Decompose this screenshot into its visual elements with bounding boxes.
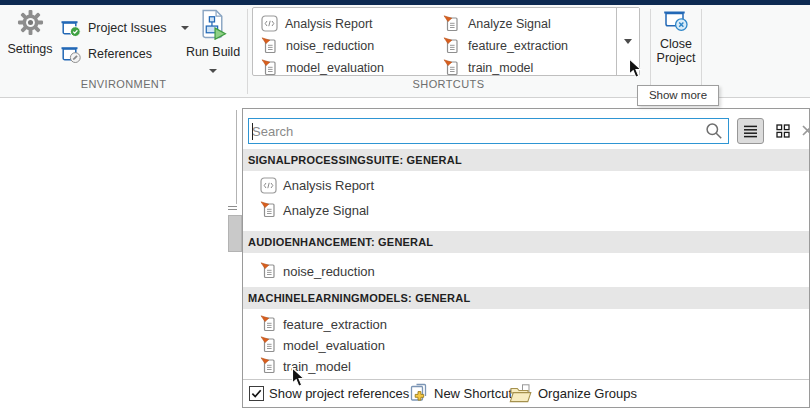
shortcuts-gallery: Analysis Report noise_reduction model_ev… [252,7,640,76]
splitter-handle-icon [228,206,237,207]
gallery-item-label: train_model [468,61,533,75]
show-project-references-label[interactable]: Show project references [269,386,409,401]
run-build-dropdown-icon[interactable] [209,69,217,73]
shortcut-flag-icon [443,15,461,33]
search-icon [705,122,723,140]
show-project-references-checkbox[interactable] [249,386,264,401]
project-check-icon [60,18,82,38]
run-build-icon [200,9,227,40]
settings-label: Settings [4,42,56,56]
gallery-item-feature-extraction[interactable]: feature_extraction [443,35,568,56]
group-header: AUDIOENHANCEMENT: GENERAL [243,231,809,253]
project-issues-label: Project Issues [88,21,167,35]
shortcuts-popup-panel: SIGNALPROCESSINGSUITE: GENERAL Analysis … [242,108,810,408]
gear-icon [17,9,44,36]
project-issues-button[interactable]: Project Issues [60,17,189,39]
shortcut-flag-icon [260,201,278,219]
gallery-item-analysis-report[interactable]: Analysis Report [261,13,373,34]
panel-item-train-model[interactable]: train_model [243,354,809,378]
close-project-button[interactable]: Close Project [651,7,701,77]
run-build-label: Run Build [184,45,242,59]
gallery-item-train-model[interactable]: train_model [443,57,533,78]
shortcuts-section-label: SHORTCUTS [247,77,650,92]
shortcut-flag-icon [261,37,279,55]
settings-button[interactable]: Settings [4,9,56,71]
panel-item-label: feature_extraction [283,317,387,332]
background-scrollbar-thumb[interactable] [228,215,242,252]
shortcut-flag-icon [261,59,279,77]
panel-item-label: Analysis Report [283,178,374,193]
new-shortcut-button[interactable]: New Shortcut [434,386,512,401]
grid-view-button[interactable] [770,118,796,144]
gallery-item-model-evaluation[interactable]: model_evaluation [261,57,384,78]
shortcut-flag-icon [443,37,461,55]
organize-groups-icon [509,384,532,403]
report-icon [261,15,278,32]
list-view-icon [743,125,758,138]
panel-item-analyze-signal[interactable]: Analyze Signal [243,198,809,222]
group-header: MACHINELEARNINGMODELS: GENERAL [243,287,809,309]
shortcut-flag-icon [443,59,461,77]
gallery-item-noise-reduction[interactable]: noise_reduction [261,35,374,56]
environment-section-label: ENVIRONMENT [0,77,247,92]
gallery-item-analyze-signal[interactable]: Analyze Signal [443,13,551,34]
panel-item-noise-reduction[interactable]: noise_reduction [243,259,809,283]
chevron-down-icon [624,39,632,44]
run-build-button[interactable]: Run Build [184,9,242,75]
panel-close-button[interactable] [799,122,810,138]
checkmark-icon [251,388,262,399]
report-icon [260,177,277,194]
gallery-item-label: Analyze Signal [468,17,551,31]
close-project-label-2: Project [651,51,701,65]
text-caret [252,123,253,140]
close-project-label-1: Close [651,37,701,51]
mouse-cursor [628,58,643,79]
splitter-handle-icon [228,209,237,210]
shortcut-flag-icon [260,315,278,333]
shortcut-flag-icon [260,336,278,354]
organize-groups-button[interactable]: Organize Groups [538,386,637,401]
footer-divider [243,379,809,380]
references-label: References [88,47,152,61]
gallery-item-label: feature_extraction [468,39,568,53]
panel-item-label: Analyze Signal [283,203,369,218]
new-shortcut-icon [409,383,430,403]
panel-item-analysis-report[interactable]: Analysis Report [243,173,809,197]
gallery-item-label: Analysis Report [285,17,373,31]
references-button[interactable]: References [60,43,152,65]
gallery-item-label: noise_reduction [286,39,374,53]
shortcut-flag-icon [260,262,278,280]
show-more-tooltip: Show more [637,85,719,106]
search-input[interactable] [249,119,705,143]
group-header: SIGNALPROCESSINGSUITE: GENERAL [243,149,809,171]
search-box [248,118,729,144]
gallery-item-label: model_evaluation [286,61,384,75]
close-project-icon [662,7,690,33]
background-scrollbar-track [236,110,237,204]
grid-view-icon [776,124,790,138]
list-view-button[interactable] [737,118,764,144]
close-icon [802,125,810,136]
ribbon-divider [701,9,702,94]
shortcut-flag-icon [260,357,278,375]
project-edit-icon [60,44,82,64]
panel-item-label: model_evaluation [283,338,385,353]
mouse-cursor [291,367,306,388]
panel-item-label: noise_reduction [283,264,375,279]
